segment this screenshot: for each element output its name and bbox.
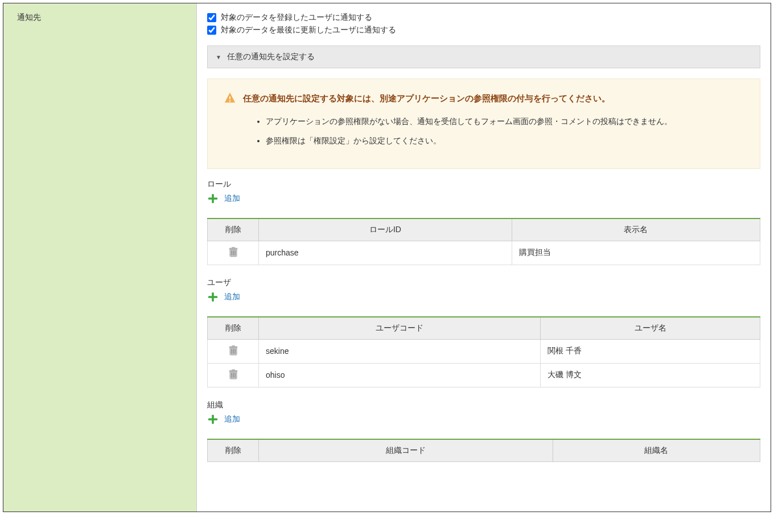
section-role: ロール 追加 削除 ロールID 表示名 purchase xyxy=(207,179,760,265)
org-table: 削除 組織コード 組織名 xyxy=(207,439,760,462)
section-user: ユーザ 追加 削除 ユーザコード ユーザ名 sekine xyxy=(207,278,760,387)
section-org: 組織 追加 削除 組織コード 組織名 xyxy=(207,400,760,462)
plus-icon xyxy=(207,193,219,204)
role-th-name: 表示名 xyxy=(512,218,760,241)
org-th-name: 組織名 xyxy=(553,439,760,462)
table-row: purchase 購買担当 xyxy=(208,241,760,265)
main-panel: 対象のデータを登録したユーザに通知する 対象のデータを最後に更新したユーザに通知… xyxy=(197,3,771,512)
user-name-cell: 大磯 博文 xyxy=(541,363,760,387)
section-user-label: ユーザ xyxy=(207,278,760,288)
org-th-code: 組織コード xyxy=(259,439,553,462)
delete-user-button[interactable] xyxy=(229,345,238,356)
role-name-cell: 購買担当 xyxy=(512,241,760,265)
role-table: 削除 ロールID 表示名 purchase 購買担当 xyxy=(207,218,760,265)
section-org-label: 組織 xyxy=(207,400,760,410)
add-role-button[interactable]: 追加 xyxy=(207,193,240,204)
user-code-cell: ohiso xyxy=(259,363,541,387)
add-role-label: 追加 xyxy=(224,193,240,204)
role-th-id: ロールID xyxy=(259,218,512,241)
checkbox-label-updated[interactable]: 対象のデータを最後に更新したユーザに通知する xyxy=(221,25,396,35)
warning-bullet: 参照権限は「権限設定」から設定してください。 xyxy=(266,134,744,148)
user-name-cell: 関根 千香 xyxy=(541,339,760,363)
checkbox-notify-registered-user[interactable] xyxy=(207,13,216,22)
org-th-delete: 削除 xyxy=(208,439,259,462)
warning-icon xyxy=(224,92,236,106)
sidebar-label: 通知先 xyxy=(17,13,183,23)
checkbox-label-registered[interactable]: 対象のデータを登録したユーザに通知する xyxy=(221,13,372,23)
warning-title: 任意の通知先に設定する対象には、別途アプリケーションの参照権限の付与を行ってくだ… xyxy=(243,92,610,105)
user-code-cell: sekine xyxy=(259,339,541,363)
add-user-button[interactable]: 追加 xyxy=(207,291,240,303)
table-row: ohiso 大磯 博文 xyxy=(208,363,760,387)
caret-down-icon: ▼ xyxy=(216,54,221,60)
add-org-button[interactable]: 追加 xyxy=(207,414,240,425)
table-row: sekine 関根 千香 xyxy=(208,339,760,363)
user-th-delete: 削除 xyxy=(208,317,259,340)
delete-user-button[interactable] xyxy=(229,369,238,380)
user-table: 削除 ユーザコード ユーザ名 sekine 関根 千香 ohiso 大磯 博文 xyxy=(207,316,760,387)
add-org-label: 追加 xyxy=(224,414,240,424)
checkbox-notify-updated-user[interactable] xyxy=(207,26,216,35)
plus-icon xyxy=(207,291,219,303)
accordion-label: 任意の通知先を設定する xyxy=(227,52,315,62)
add-user-label: 追加 xyxy=(224,292,240,302)
sidebar: 通知先 xyxy=(3,3,197,512)
user-th-code: ユーザコード xyxy=(259,317,541,340)
role-th-delete: 削除 xyxy=(208,218,259,241)
plus-icon xyxy=(207,414,219,425)
warning-box: 任意の通知先に設定する対象には、別途アプリケーションの参照権限の付与を行ってくだ… xyxy=(207,79,760,169)
accordion-optional-recipients[interactable]: ▼ 任意の通知先を設定する xyxy=(207,46,760,68)
delete-role-button[interactable] xyxy=(229,247,238,257)
section-role-label: ロール xyxy=(207,179,760,189)
role-id-cell: purchase xyxy=(259,241,512,265)
user-th-name: ユーザ名 xyxy=(541,317,760,340)
warning-bullet: アプリケーションの参照権限がない場合、通知を受信してもフォーム画面の参照・コメン… xyxy=(266,115,744,129)
